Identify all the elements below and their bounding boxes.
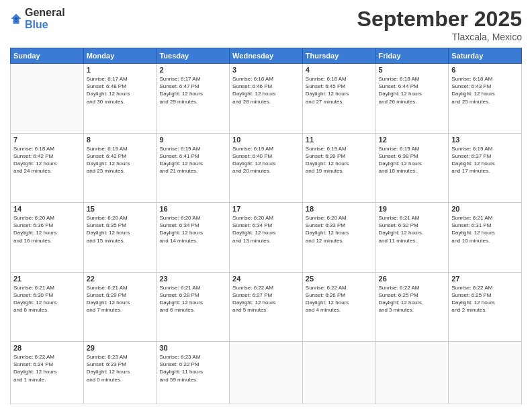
day-number: 23 [159,275,226,283]
day-number: 27 [451,275,519,283]
day-info: Sunrise: 6:19 AM Sunset: 6:38 PM Dayligh… [379,145,446,175]
day-number: 1 [87,66,154,74]
calendar-table: Sunday Monday Tuesday Wednesday Thursday… [10,48,522,404]
table-row: 19Sunrise: 6:21 AM Sunset: 6:32 PM Dayli… [375,203,449,273]
table-row: 24Sunrise: 6:22 AM Sunset: 6:27 PM Dayli… [230,272,303,342]
day-info: Sunrise: 6:22 AM Sunset: 6:25 PM Dayligh… [451,284,519,314]
day-number: 5 [379,66,446,74]
table-row: 29Sunrise: 6:23 AM Sunset: 6:23 PM Dayli… [83,342,157,404]
location-subtitle: Tlaxcala, Mexico [357,32,522,42]
day-number: 20 [451,205,519,213]
table-row: 9Sunrise: 6:19 AM Sunset: 6:41 PM Daylig… [157,133,230,203]
table-row: 21Sunrise: 6:21 AM Sunset: 6:30 PM Dayli… [11,272,84,342]
table-row: 13Sunrise: 6:19 AM Sunset: 6:37 PM Dayli… [449,133,522,203]
day-info: Sunrise: 6:21 AM Sunset: 6:30 PM Dayligh… [13,284,81,314]
day-info: Sunrise: 6:18 AM Sunset: 6:42 PM Dayligh… [13,145,81,175]
day-info: Sunrise: 6:19 AM Sunset: 6:39 PM Dayligh… [306,145,373,175]
title-block: September 2025 Tlaxcala, Mexico [357,7,522,42]
header-sunday: Sunday [11,48,84,64]
day-info: Sunrise: 6:17 AM Sunset: 6:48 PM Dayligh… [87,75,154,105]
day-number: 25 [306,275,373,283]
day-info: Sunrise: 6:23 AM Sunset: 6:23 PM Dayligh… [87,353,154,383]
day-number: 22 [87,275,154,283]
table-row: 27Sunrise: 6:22 AM Sunset: 6:25 PM Dayli… [449,272,522,342]
day-info: Sunrise: 6:19 AM Sunset: 6:37 PM Dayligh… [451,145,519,175]
header-saturday: Saturday [449,48,522,64]
day-info: Sunrise: 6:22 AM Sunset: 6:26 PM Dayligh… [306,284,373,314]
day-number: 7 [13,136,81,144]
day-number: 13 [451,136,519,144]
day-number: 3 [232,66,300,74]
table-row: 15Sunrise: 6:20 AM Sunset: 6:35 PM Dayli… [83,203,157,273]
day-info: Sunrise: 6:19 AM Sunset: 6:41 PM Dayligh… [159,145,226,175]
table-row: 11Sunrise: 6:19 AM Sunset: 6:39 PM Dayli… [302,133,375,203]
table-row [375,342,449,404]
day-info: Sunrise: 6:21 AM Sunset: 6:28 PM Dayligh… [159,284,226,314]
page: General Blue September 2025 Tlaxcala, Me… [0,0,532,411]
day-number: 24 [232,275,300,283]
header: General Blue September 2025 Tlaxcala, Me… [10,7,522,42]
table-row: 2Sunrise: 6:17 AM Sunset: 6:47 PM Daylig… [157,64,230,134]
day-number: 8 [87,136,154,144]
header-friday: Friday [375,48,449,64]
day-number: 29 [87,344,154,352]
logo: General Blue [10,7,65,31]
day-info: Sunrise: 6:18 AM Sunset: 6:44 PM Dayligh… [379,75,446,105]
day-number: 19 [379,205,446,213]
day-info: Sunrise: 6:21 AM Sunset: 6:32 PM Dayligh… [379,214,446,244]
header-tuesday: Tuesday [157,48,230,64]
table-row: 30Sunrise: 6:23 AM Sunset: 6:22 PM Dayli… [157,342,230,404]
table-row: 28Sunrise: 6:22 AM Sunset: 6:24 PM Dayli… [11,342,84,404]
table-row: 17Sunrise: 6:20 AM Sunset: 6:34 PM Dayli… [230,203,303,273]
table-row [449,342,522,404]
logo-general: General [25,7,65,18]
table-row: 8Sunrise: 6:19 AM Sunset: 6:42 PM Daylig… [83,133,157,203]
day-info: Sunrise: 6:21 AM Sunset: 6:29 PM Dayligh… [87,284,154,314]
day-info: Sunrise: 6:20 AM Sunset: 6:36 PM Dayligh… [13,214,81,244]
day-number: 12 [379,136,446,144]
table-row: 14Sunrise: 6:20 AM Sunset: 6:36 PM Dayli… [11,203,84,273]
table-row: 7Sunrise: 6:18 AM Sunset: 6:42 PM Daylig… [11,133,84,203]
logo-icon [10,13,22,25]
day-number: 16 [159,205,226,213]
day-info: Sunrise: 6:18 AM Sunset: 6:46 PM Dayligh… [232,75,300,105]
logo-blue: Blue [25,19,48,30]
header-thursday: Thursday [302,48,375,64]
day-number: 17 [232,205,300,213]
day-number: 15 [87,205,154,213]
day-info: Sunrise: 6:18 AM Sunset: 6:43 PM Dayligh… [451,75,519,105]
table-row [230,342,303,404]
day-info: Sunrise: 6:19 AM Sunset: 6:42 PM Dayligh… [87,145,154,175]
table-row: 22Sunrise: 6:21 AM Sunset: 6:29 PM Dayli… [83,272,157,342]
day-info: Sunrise: 6:22 AM Sunset: 6:25 PM Dayligh… [379,284,446,314]
day-info: Sunrise: 6:21 AM Sunset: 6:31 PM Dayligh… [451,214,519,244]
table-row: 16Sunrise: 6:20 AM Sunset: 6:34 PM Dayli… [157,203,230,273]
day-number: 28 [13,344,81,352]
day-info: Sunrise: 6:20 AM Sunset: 6:33 PM Dayligh… [306,214,373,244]
day-number: 14 [13,205,81,213]
day-number: 4 [306,66,373,74]
table-row: 20Sunrise: 6:21 AM Sunset: 6:31 PM Dayli… [449,203,522,273]
day-number: 18 [306,205,373,213]
table-row: 10Sunrise: 6:19 AM Sunset: 6:40 PM Dayli… [230,133,303,203]
weekday-header-row: Sunday Monday Tuesday Wednesday Thursday… [11,48,522,64]
table-row: 3Sunrise: 6:18 AM Sunset: 6:46 PM Daylig… [230,64,303,134]
logo-text: General Blue [25,7,65,31]
table-row: 18Sunrise: 6:20 AM Sunset: 6:33 PM Dayli… [302,203,375,273]
table-row: 26Sunrise: 6:22 AM Sunset: 6:25 PM Dayli… [375,272,449,342]
table-row: 1Sunrise: 6:17 AM Sunset: 6:48 PM Daylig… [83,64,157,134]
header-monday: Monday [83,48,157,64]
day-number: 21 [13,275,81,283]
day-number: 26 [379,275,446,283]
day-number: 6 [451,66,519,74]
day-number: 2 [159,66,226,74]
day-number: 9 [159,136,226,144]
day-number: 11 [306,136,373,144]
day-info: Sunrise: 6:20 AM Sunset: 6:34 PM Dayligh… [159,214,226,244]
day-number: 10 [232,136,300,144]
day-info: Sunrise: 6:20 AM Sunset: 6:35 PM Dayligh… [87,214,154,244]
day-info: Sunrise: 6:19 AM Sunset: 6:40 PM Dayligh… [232,145,300,175]
month-title: September 2025 [357,7,522,32]
table-row: 25Sunrise: 6:22 AM Sunset: 6:26 PM Dayli… [302,272,375,342]
table-row [302,342,375,404]
